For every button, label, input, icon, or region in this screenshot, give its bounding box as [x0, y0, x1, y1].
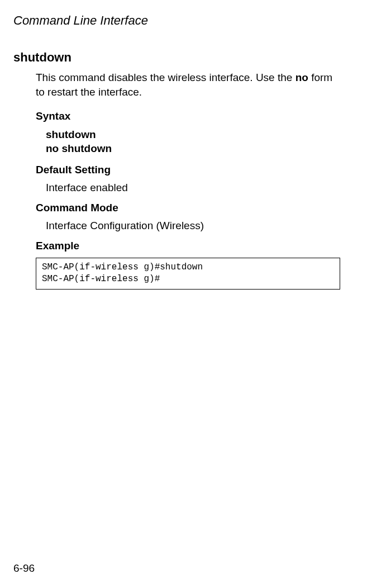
syntax-heading: Syntax: [36, 110, 340, 122]
command-title: shutdown: [13, 50, 340, 65]
default-setting-value: Interface enabled: [46, 182, 340, 194]
default-setting-heading: Default Setting: [36, 164, 340, 176]
syntax-line-2: no shutdown: [46, 142, 340, 156]
example-heading: Example: [36, 240, 340, 252]
command-mode-heading: Command Mode: [36, 202, 340, 214]
command-mode-value: Interface Configuration (Wireless): [46, 220, 340, 232]
example-code-block: SMC-AP(if-wireless g)#shutdown SMC-AP(if…: [36, 258, 340, 290]
command-description: This command disables the wireless inter…: [36, 70, 340, 99]
chapter-title: Command Line Interface: [13, 13, 340, 28]
syntax-line-1: shutdown: [46, 128, 340, 142]
description-bold-word: no: [295, 72, 308, 83]
syntax-block: shutdown no shutdown: [46, 128, 340, 155]
description-pre: This command disables the wireless inter…: [36, 72, 295, 83]
page-number: 6-96: [13, 562, 35, 575]
